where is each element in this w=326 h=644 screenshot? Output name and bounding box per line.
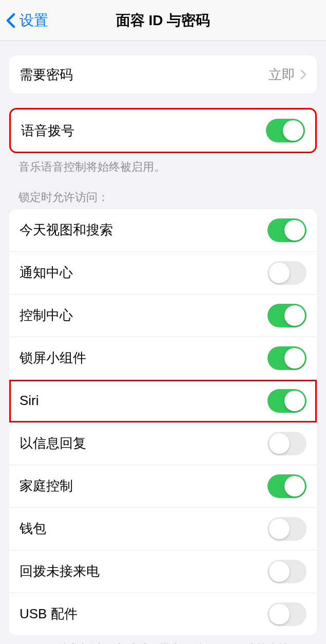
row-right: 立即 [269,66,306,84]
allow-access-label: 今天视图和搜索 [20,221,113,239]
chevron-left-icon [6,13,15,28]
allow-access-row: 回拨未接来电 [9,550,317,593]
allow-access-header: 锁定时允许访问： [0,175,326,207]
content: 需要密码 立即 语音拨号 音乐语音控制将始终被启用。 锁定时允许访问： 今天视图… [0,56,326,644]
toggle-knob [269,561,290,582]
voice-dial-row: 语音拨号 [11,109,315,152]
back-label: 设置 [20,11,48,30]
toggle-knob [284,391,305,411]
allow-access-row: 控制中心 [9,295,317,337]
require-passcode-value: 立即 [269,66,295,84]
voice-dial-label: 语音拨号 [21,122,74,140]
allow-access-footer: iPhone 锁定超过一小时后，需先解锁 iPhone 才能允许 USB 配件连… [0,635,326,644]
allow-access-toggle[interactable] [267,261,306,285]
allow-access-row: 锁屏小组件 [9,337,317,380]
allow-access-toggle[interactable] [267,474,306,498]
back-button[interactable]: 设置 [0,11,48,30]
toggle-knob [284,220,305,241]
allow-access-toggle[interactable] [267,346,306,370]
toggle-knob [284,476,305,496]
toggle-knob [284,348,305,369]
page-title: 面容 ID 与密码 [116,11,210,30]
require-passcode-label: 需要密码 [20,66,73,84]
allow-access-row: 钱包 [9,508,317,550]
require-passcode-group: 需要密码 立即 [9,56,317,94]
require-passcode-row[interactable]: 需要密码 立即 [9,56,317,94]
allow-access-label: 锁屏小组件 [20,349,86,367]
allow-access-label: 家庭控制 [20,477,73,495]
chevron-right-icon [300,69,306,80]
allow-access-label: Siri [20,393,39,409]
allow-access-label: 回拨未接来电 [20,562,100,580]
allow-access-toggle[interactable] [267,389,306,413]
allow-access-row: 今天视图和搜索 [9,209,317,252]
allow-access-toggle[interactable] [267,432,306,455]
voice-dial-footer: 音乐语音控制将始终被启用。 [0,153,326,175]
allow-access-toggle[interactable] [267,560,306,583]
allow-access-toggle[interactable] [267,304,306,327]
allow-access-label: 钱包 [20,520,46,538]
toggle-knob [269,519,290,539]
allow-access-label: 控制中心 [20,306,73,324]
allow-access-label: 通知中心 [20,264,73,282]
toggle-knob [284,305,305,326]
toggle-knob [269,263,290,283]
voice-dial-group: 语音拨号 [9,108,317,153]
allow-access-row: 通知中心 [9,252,317,295]
allow-access-toggle[interactable] [267,602,306,626]
navbar: 设置 面容 ID 与密码 [0,0,326,41]
allow-access-row: USB 配件 [9,593,317,635]
allow-access-row: Siri [9,380,317,422]
allow-access-label: USB 配件 [20,605,78,623]
allow-access-row: 以信息回复 [9,422,317,465]
toggle-knob [269,433,290,454]
toggle-knob [269,604,290,624]
voice-dial-toggle[interactable] [266,119,305,142]
toggle-knob [283,120,303,141]
allow-access-label: 以信息回复 [20,434,86,452]
allow-access-toggle[interactable] [267,517,306,541]
allow-access-toggle[interactable] [267,218,306,242]
allow-access-row: 家庭控制 [9,465,317,508]
allow-access-group: 今天视图和搜索通知中心控制中心锁屏小组件Siri以信息回复家庭控制钱包回拨未接来… [9,209,317,635]
